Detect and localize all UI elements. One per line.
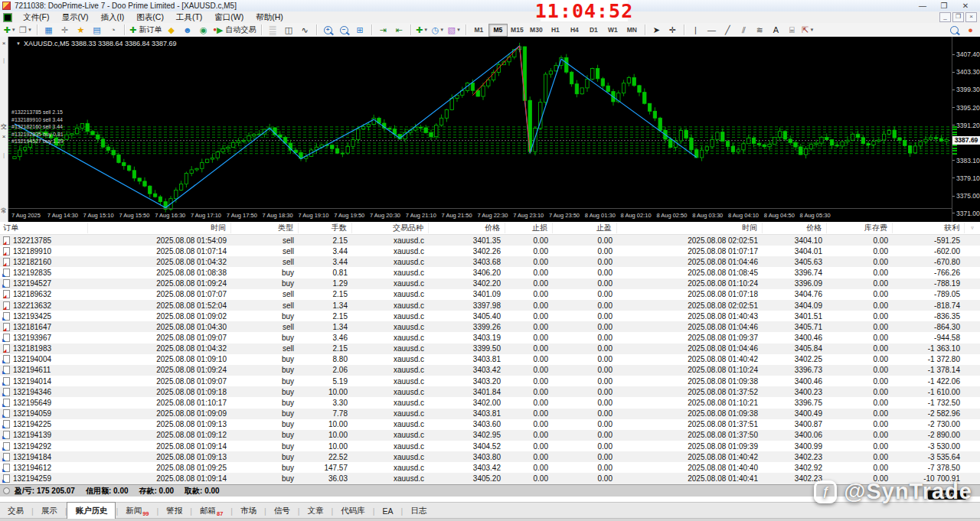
minimize-button[interactable]: —	[913, 1, 933, 11]
chart-plot-svg[interactable]	[8, 37, 952, 222]
tab-交易[interactable]: 交易	[0, 503, 31, 519]
time-axis-label[interactable]: 7 Aug 18:30	[263, 212, 293, 219]
history-row[interactable]: ◣1321956492025.08.08 01:10:17buy3.30xauu…	[0, 397, 980, 408]
history-row[interactable]: ◣1321941842025.08.08 01:09:13buy22.52xau…	[0, 451, 980, 462]
tab-EA[interactable]: EA	[375, 503, 401, 519]
new-order-button[interactable]: ✚新订单	[128, 23, 163, 37]
history-row[interactable]: ◣1321934252025.08.08 01:09:02buy2.15xauu…	[0, 311, 980, 321]
history-row[interactable]: ◣1321942922025.08.08 01:09:14buy10.00xau…	[0, 441, 980, 451]
timeframe-h4-button[interactable]: H4	[565, 24, 584, 37]
tab-警报[interactable]: 警报	[158, 503, 190, 519]
history-row[interactable]: ◣1321946112025.08.08 01:09:24buy2.06xauu…	[0, 365, 980, 376]
timeframe-w1-button[interactable]: W1	[603, 24, 622, 37]
history-row[interactable]: ◣1321928352025.08.08 01:08:38buy0.81xauu…	[0, 267, 980, 278]
vertical-line-button[interactable]: |	[688, 23, 704, 37]
time-axis-label[interactable]: 8 Aug 05:30	[800, 212, 831, 219]
column-header-8[interactable]: 时间	[617, 223, 763, 233]
menu-item-5[interactable]: 窗口(W)	[208, 11, 250, 23]
history-row[interactable]: ◢1321819832025.08.08 01:04:32sell2.15xau…	[0, 344, 980, 354]
history-row[interactable]: ◣1321946122025.08.08 01:09:25buy147.57xa…	[0, 462, 980, 473]
column-header-10[interactable]: 库存费	[827, 223, 893, 233]
terminal-button[interactable]: ▤	[89, 23, 105, 37]
time-axis-label[interactable]: 7 Aug 21:10	[406, 212, 436, 219]
history-row[interactable]: ◣1321945272025.08.08 01:09:24buy1.29xauu…	[0, 278, 980, 289]
text-label-button[interactable]: ⌸	[784, 23, 800, 37]
panel-tab-common[interactable]: 常	[0, 207, 8, 215]
templates-button[interactable]: ▧▼	[446, 23, 462, 37]
column-header-2[interactable]: 类型	[231, 223, 299, 233]
tab-展示[interactable]: 展示	[34, 503, 65, 519]
menu-item-1[interactable]: 显示(V)	[55, 11, 94, 23]
history-row[interactable]: ◣1321942252025.08.08 01:09:13buy10.00xau…	[0, 419, 980, 430]
time-axis-label[interactable]: 7 Aug 2025	[11, 212, 41, 219]
column-header-3[interactable]: 手数	[299, 223, 352, 233]
column-header-1[interactable]: 时间	[88, 223, 231, 233]
time-axis-label[interactable]: 7 Aug 17:50	[227, 212, 257, 219]
tab-文章[interactable]: 文章	[300, 503, 332, 519]
history-row[interactable]: ◢1321821602025.08.08 01:04:32sell3.44xau…	[0, 256, 980, 267]
auto-scroll-button[interactable]: ⇥	[375, 23, 391, 37]
timeframe-m15-button[interactable]: M15	[508, 24, 527, 37]
indicators-button[interactable]: ✚▼	[414, 23, 430, 37]
history-row[interactable]: ◣1321943462025.08.08 01:09:18buy10.00xau…	[0, 386, 980, 397]
restore-button[interactable]: ❐	[934, 1, 954, 11]
history-row[interactable]: ◢1322137852025.08.08 01:54:09sell2.15xau…	[0, 235, 980, 246]
time-axis-label[interactable]: 7 Aug 23:50	[549, 212, 580, 219]
panel-handle[interactable]: |	[0, 57, 8, 63]
fibonacci-button[interactable]: ≋	[752, 23, 768, 37]
history-row[interactable]: ◢1321896322025.08.08 01:07:07sell2.15xau…	[0, 289, 980, 300]
autotrading-button[interactable]: ●▶自动交易	[211, 23, 257, 37]
child-minimize-button[interactable]: _	[939, 12, 951, 22]
candlestick-mode-button[interactable]: ◫	[281, 23, 297, 37]
history-row[interactable]: ◢1321899102025.08.08 01:07:14sell3.44xau…	[0, 246, 980, 256]
text-button[interactable]: A	[768, 23, 784, 37]
zoom-in-button[interactable]: +	[320, 23, 336, 37]
history-row[interactable]: ◢1322136322025.08.08 01:52:04sell1.34xau…	[0, 300, 980, 311]
column-header-7[interactable]: 止盈	[553, 223, 617, 233]
web-globe-button[interactable]: ◉	[195, 23, 211, 37]
tab-邮箱[interactable]: 邮箱87	[192, 503, 230, 519]
panel-tab-trade[interactable]: 交	[0, 122, 8, 131]
column-header-6[interactable]: 止损	[505, 223, 553, 233]
time-axis-label[interactable]: 7 Aug 20:30	[370, 212, 400, 219]
menu-item-4[interactable]: 工具(T)	[170, 11, 208, 23]
market-watch-button[interactable]: ▦	[41, 23, 57, 37]
metaeditor-button[interactable]: ◆	[163, 23, 179, 37]
history-row[interactable]: ◣1321941392025.08.08 01:09:12buy10.00xau…	[0, 430, 980, 441]
time-axis-label[interactable]: 8 Aug 04:50	[764, 212, 795, 219]
strategy-tester-button[interactable]: ◔	[105, 23, 121, 37]
timeframe-m30-button[interactable]: M30	[527, 24, 546, 37]
sort-indicator[interactable]: ▿	[965, 225, 980, 231]
data-window-button[interactable]: ✛	[57, 23, 73, 37]
tab-信号[interactable]: 信号	[266, 503, 298, 519]
time-axis-label[interactable]: 7 Aug 14:30	[47, 212, 78, 219]
menu-item-3[interactable]: 图表(C)	[130, 11, 170, 23]
zoom-out-button[interactable]: −	[336, 23, 352, 37]
time-axis-label[interactable]: 7 Aug 19:50	[334, 212, 364, 219]
tile-windows-button[interactable]: ⊞	[352, 23, 368, 37]
horizontal-line-button[interactable]: —	[704, 23, 720, 37]
periods-button[interactable]: ◷▼	[430, 23, 446, 37]
new-chart-button[interactable]: ✚▼	[2, 23, 18, 37]
trendline-button[interactable]: ╱	[720, 23, 736, 37]
time-axis-label[interactable]: 7 Aug 16:30	[155, 212, 185, 219]
arrow-tools-button[interactable]: ⇱▼	[800, 23, 816, 37]
crosshair-button[interactable]: ✛	[665, 23, 681, 37]
history-row[interactable]: ◣1321940592025.08.08 01:09:09buy7.78xauu…	[0, 409, 980, 419]
history-row[interactable]: ◣1321939672025.08.08 01:09:07buy3.46xauu…	[0, 332, 980, 343]
navigator-button[interactable]: ★	[73, 23, 89, 37]
tab-代码库[interactable]: 代码库	[333, 503, 373, 519]
community-user-button[interactable]: ☻	[179, 23, 195, 37]
time-axis-label[interactable]: 7 Aug 15:10	[83, 212, 114, 219]
tab-新闻[interactable]: 新闻99	[118, 503, 156, 519]
history-row[interactable]: ◣1321940142025.08.08 01:09:07buy5.19xauu…	[0, 376, 980, 386]
close-button[interactable]: ✕	[956, 1, 975, 11]
time-axis-label[interactable]: 7 Aug 21:50	[442, 212, 472, 219]
time-axis-label[interactable]: 7 Aug 23:10	[513, 212, 544, 219]
column-header-0[interactable]: 订单	[0, 223, 88, 233]
candlestick-chart-area[interactable]: ▼XAUUSD.c,M5 3388.33 3388.64 3386.84 338…	[8, 37, 980, 222]
equidistant-channel-button[interactable]: ⫽	[736, 23, 752, 37]
time-axis-label[interactable]: 7 Aug 17:10	[191, 212, 221, 219]
time-axis-label[interactable]: 8 Aug 04:10	[728, 212, 759, 219]
timeframe-mn-button[interactable]: MN	[622, 24, 642, 37]
